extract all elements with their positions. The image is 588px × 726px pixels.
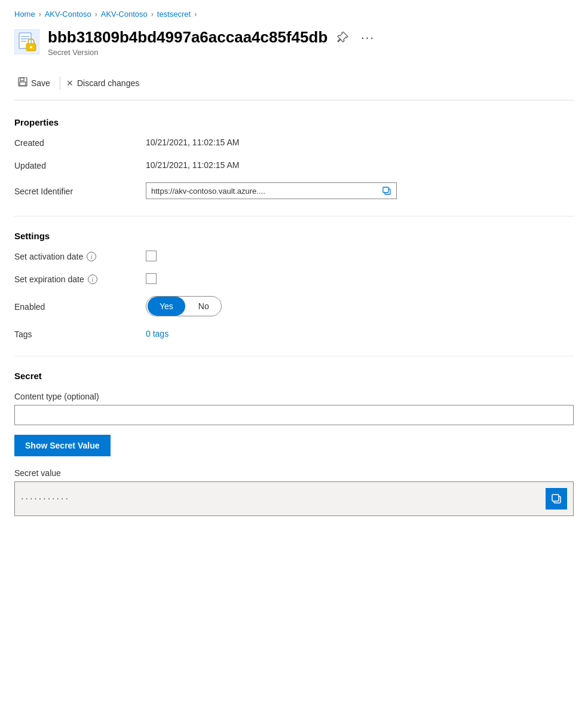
svg-rect-13 [552, 495, 559, 501]
tags-link[interactable]: 0 tags [146, 329, 169, 338]
discard-icon: ✕ [66, 78, 74, 88]
content-type-input[interactable] [14, 405, 574, 425]
breadcrumb-home[interactable]: Home [14, 10, 35, 19]
breadcrumb-akv2[interactable]: AKV-Contoso [101, 10, 148, 19]
svg-rect-11 [383, 187, 388, 193]
tags-value: 0 tags [146, 328, 574, 339]
page-subtitle: Secret Version [48, 48, 574, 57]
secret-id-label: Secret Identifier [14, 182, 146, 199]
toolbar: Save ✕ Discard changes [14, 69, 574, 100]
save-icon [18, 77, 27, 89]
activation-label: Set activation date i [14, 251, 146, 261]
expiration-checkbox-container [146, 273, 574, 284]
breadcrumb-sep-4: › [194, 10, 197, 19]
settings-section-title: Settings [14, 231, 574, 241]
updated-label: Updated [14, 160, 146, 170]
properties-grid: Created 10/21/2021, 11:02:15 AM Updated … [14, 137, 574, 199]
section-divider-2 [14, 356, 574, 356]
activation-info-icon[interactable]: i [87, 252, 96, 261]
svg-rect-8 [20, 78, 24, 81]
secret-section: Secret Content type (optional) Show Secr… [14, 371, 574, 516]
secret-value-field: ··········· [14, 481, 574, 516]
copy-secret-button[interactable] [546, 488, 567, 510]
expiration-label: Set expiration date i [14, 273, 146, 284]
toggle-no[interactable]: No [186, 297, 221, 316]
breadcrumb-testsecret[interactable]: testsecret [157, 10, 191, 19]
discard-label: Discard changes [77, 78, 139, 88]
toggle-yes[interactable]: Yes [148, 297, 185, 316]
breadcrumb-sep-1: › [39, 10, 41, 19]
identifier-text: https://akv-contoso.vault.azure.... [151, 187, 378, 196]
updated-value: 10/21/2021, 11:02:15 AM [146, 160, 574, 170]
more-button[interactable]: ··· [359, 28, 377, 47]
discard-button[interactable]: ✕ Discard changes [63, 75, 146, 91]
breadcrumb: Home › AKV-Contoso › AKV-Contoso › tests… [14, 10, 574, 19]
properties-section: Properties Created 10/21/2021, 11:02:15 … [14, 117, 574, 199]
page-header: bbb31809b4bd4997a6accaa4c85f45db ··· Sec… [14, 28, 574, 57]
secret-value-label: Secret value [14, 468, 574, 478]
activation-checkbox-container [146, 251, 574, 261]
show-secret-button[interactable]: Show Secret Value [14, 435, 111, 456]
save-label: Save [31, 78, 50, 88]
created-label: Created [14, 137, 146, 148]
save-button[interactable]: Save [14, 74, 57, 93]
enabled-toggle[interactable]: Yes No [146, 296, 222, 316]
secret-id-value: https://akv-contoso.vault.azure.... [146, 182, 574, 199]
breadcrumb-sep-3: › [151, 10, 154, 19]
created-value: 10/21/2021, 11:02:15 AM [146, 137, 574, 148]
svg-rect-9 [20, 82, 26, 86]
show-secret-label: Show Secret Value [25, 441, 100, 450]
content-type-label: Content type (optional) [14, 391, 574, 401]
breadcrumb-akv1[interactable]: AKV-Contoso [45, 10, 91, 19]
enabled-label: Enabled [14, 296, 146, 316]
toolbar-divider [60, 77, 60, 90]
settings-section: Settings Set activation date i Set expir… [14, 231, 574, 339]
expiration-info-icon[interactable]: i [88, 274, 97, 284]
settings-grid: Set activation date i Set expiration dat… [14, 251, 574, 339]
identifier-box: https://akv-contoso.vault.azure.... [146, 182, 397, 199]
pin-button[interactable] [335, 29, 351, 46]
secret-section-title: Secret [14, 371, 574, 381]
breadcrumb-sep-2: › [95, 10, 97, 19]
svg-point-6 [30, 46, 32, 48]
activation-checkbox[interactable] [146, 251, 157, 261]
key-vault-icon [14, 29, 39, 54]
expiration-checkbox[interactable] [146, 273, 157, 284]
page-title: bbb31809b4bd4997a6accaa4c85f45db [48, 28, 327, 47]
secret-dots: ··········· [21, 493, 546, 504]
tags-label: Tags [14, 328, 146, 339]
properties-section-title: Properties [14, 117, 574, 127]
title-block: bbb31809b4bd4997a6accaa4c85f45db ··· Sec… [48, 28, 574, 57]
copy-identifier-button[interactable] [382, 186, 391, 196]
enabled-toggle-container: Yes No [146, 296, 574, 316]
section-divider-1 [14, 216, 574, 216]
